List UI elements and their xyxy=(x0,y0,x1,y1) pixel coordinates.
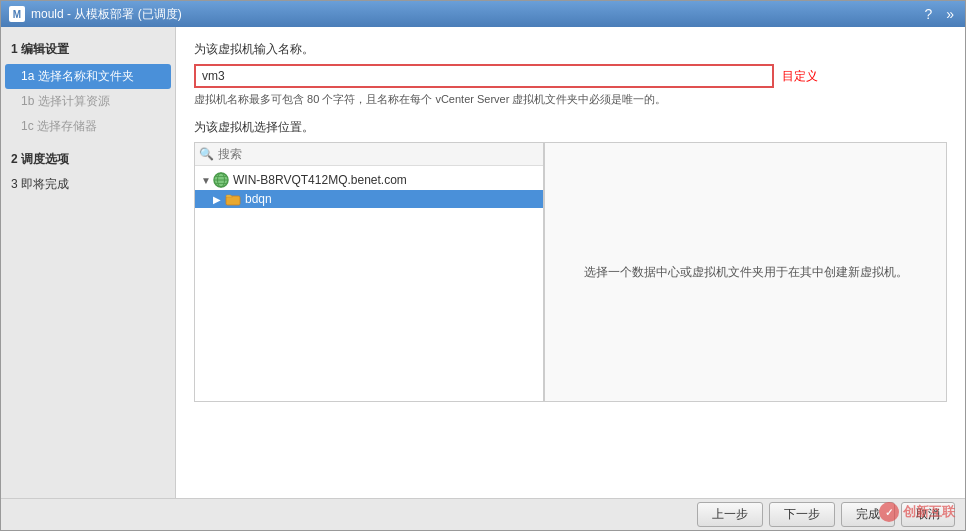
tree-root-label: WIN-B8RVQT412MQ.benet.com xyxy=(233,173,407,187)
content-area: 为该虚拟机输入名称。 目定义 虚拟机名称最多可包含 80 个字符，且名称在每个 … xyxy=(176,27,965,498)
step1-header: 1 编辑设置 xyxy=(1,37,175,62)
search-bar: 🔍 xyxy=(195,143,543,166)
window-icon: M xyxy=(9,6,25,22)
info-panel: 选择一个数据中心或虚拟机文件夹用于在其中创建新虚拟机。 xyxy=(545,142,947,402)
svg-rect-5 xyxy=(226,196,240,205)
search-icon: 🔍 xyxy=(199,147,214,161)
sidebar-item-1c: 1c 选择存储器 xyxy=(1,114,175,139)
tree-arrow-child: ▶ xyxy=(213,194,225,205)
sidebar-item-1b: 1b 选择计算资源 xyxy=(1,89,175,114)
sidebar-item-1a[interactable]: 1a 选择名称和文件夹 xyxy=(5,64,171,89)
folder-icon xyxy=(225,192,241,206)
watermark: ✓ 创新互联 xyxy=(879,502,955,522)
info-text: 选择一个数据中心或虚拟机文件夹用于在其中创建新虚拟机。 xyxy=(584,264,908,281)
step3-header: 3 即将完成 xyxy=(1,172,175,197)
sidebar: 1 编辑设置 1a 选择名称和文件夹 1b 选择计算资源 1c 选择存储器 2 … xyxy=(1,27,176,498)
expand-button[interactable]: » xyxy=(943,6,957,22)
title-bar-left: M mould - 从模板部署 (已调度) xyxy=(9,6,182,23)
bottom-bar: ✓ 创新互联 上一步 下一步 完成 取消 xyxy=(1,498,965,530)
window-title: mould - 从模板部署 (已调度) xyxy=(31,6,182,23)
step2-header: 2 调度选项 xyxy=(1,147,175,172)
next-button[interactable]: 下一步 xyxy=(769,502,835,527)
name-prompt: 为该虚拟机输入名称。 xyxy=(194,41,947,58)
tree-item-bdqn[interactable]: ▶ bdqn xyxy=(195,190,543,208)
title-bar-right: ? » xyxy=(921,6,957,22)
customize-label: 目定义 xyxy=(782,68,818,85)
help-button[interactable]: ? xyxy=(921,6,935,22)
search-input[interactable] xyxy=(218,147,539,161)
tree-child-label: bdqn xyxy=(245,192,272,206)
tree-content: ▼ WIN-B8RVQT412MQ.benet.com xyxy=(195,166,543,401)
location-prompt: 为该虚拟机选择位置。 xyxy=(194,119,947,136)
name-row: 目定义 xyxy=(194,64,947,88)
watermark-icon: ✓ xyxy=(879,502,899,522)
tree-panel: 🔍 ▼ xyxy=(194,142,544,402)
vm-name-input[interactable] xyxy=(194,64,774,88)
watermark-text: 创新互联 xyxy=(903,503,955,521)
tree-item-root[interactable]: ▼ WIN-B8RVQT412MQ.benet.com xyxy=(195,170,543,190)
back-button[interactable]: 上一步 xyxy=(697,502,763,527)
name-hint: 虚拟机名称最多可包含 80 个字符，且名称在每个 vCenter Server … xyxy=(194,92,947,107)
main-window: M mould - 从模板部署 (已调度) ? » 1 编辑设置 1a 选择名称… xyxy=(0,0,966,531)
tree-panel-container: 🔍 ▼ xyxy=(194,142,947,402)
main-content: 1 编辑设置 1a 选择名称和文件夹 1b 选择计算资源 1c 选择存储器 2 … xyxy=(1,27,965,498)
globe-icon xyxy=(213,172,229,188)
tree-arrow-root: ▼ xyxy=(201,175,213,186)
title-bar: M mould - 从模板部署 (已调度) ? » xyxy=(1,1,965,27)
watermark-icon-text: ✓ xyxy=(885,507,893,518)
